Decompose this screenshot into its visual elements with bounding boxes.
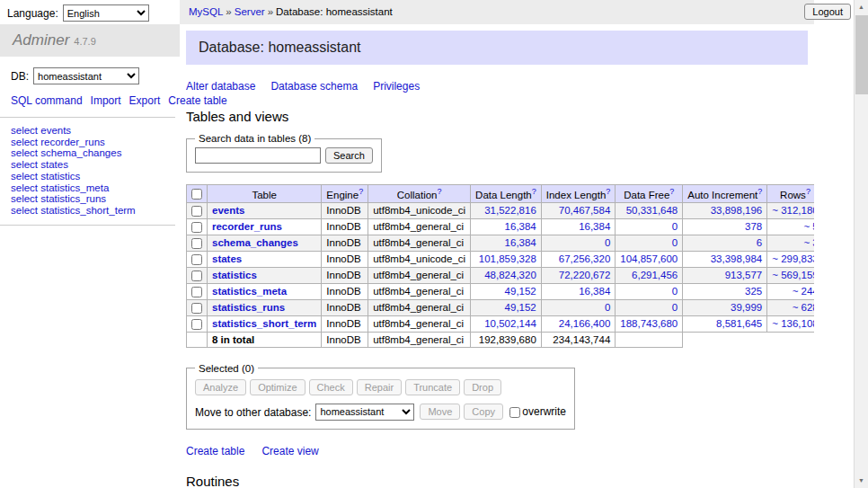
database-action-link[interactable]: Alter database	[186, 80, 255, 93]
table-name-link[interactable]: statistics_short_term	[212, 318, 316, 329]
database-action-link[interactable]: Privileges	[373, 80, 420, 93]
data-length-link[interactable]: 16,384	[505, 237, 536, 248]
bulk-action-button[interactable]: Repair	[357, 379, 402, 395]
db-select[interactable]: homeassistant	[33, 67, 139, 84]
sidebar-table-link[interactable]: select statistics_runs	[11, 193, 175, 205]
data-length-link[interactable]: 48,824,320	[484, 270, 536, 280]
index-length-link[interactable]: 24,166,400	[559, 318, 611, 329]
index-length-link[interactable]: 0	[605, 302, 610, 313]
rows-count-link[interactable]: ~ 136,108	[772, 318, 814, 329]
overwrite-checkbox[interactable]	[509, 407, 520, 418]
search-input[interactable]	[195, 147, 321, 164]
index-length-link[interactable]: 70,467,584	[559, 205, 611, 216]
breadcrumb-mysql-link[interactable]: MySQL	[189, 6, 223, 17]
database-action-link[interactable]: Database schema	[270, 80, 358, 93]
rows-count-link[interactable]: ~ 244	[793, 286, 814, 297]
data-free-link[interactable]: 0	[672, 221, 678, 232]
logout-button[interactable]: Logout	[804, 4, 851, 20]
table-name-link[interactable]: statistics_meta	[212, 286, 287, 297]
move-button[interactable]: Move	[420, 404, 460, 420]
row-select-checkbox[interactable]	[191, 287, 202, 297]
overwrite-label[interactable]: overwrite	[522, 405, 566, 418]
column-help-link[interactable]: ?	[669, 187, 674, 196]
table-name-link[interactable]: events	[212, 205, 244, 216]
create-link[interactable]: Create view	[261, 445, 318, 457]
table-name-link[interactable]: statistics	[212, 270, 257, 280]
index-length-link[interactable]: 67,256,320	[559, 253, 611, 264]
data-length-link[interactable]: 10,502,144	[484, 318, 536, 329]
copy-button[interactable]: Copy	[464, 404, 503, 420]
data-length-link[interactable]: 49,152	[505, 286, 536, 297]
select-all-checkbox[interactable]	[191, 189, 202, 200]
scrollbar[interactable]: ▲ ▼	[854, 0, 868, 488]
sidebar-table-link[interactable]: select events	[11, 125, 175, 137]
table-name-link[interactable]: recorder_runs	[212, 221, 282, 232]
table-name-link[interactable]: schema_changes	[212, 237, 298, 248]
bulk-action-button[interactable]: Optimize	[250, 379, 305, 395]
scroll-down-icon[interactable]: ▼	[855, 474, 868, 488]
data-free-link[interactable]: 6,291,456	[632, 270, 678, 280]
table-name-link[interactable]: statistics_runs	[212, 302, 285, 313]
bulk-action-button[interactable]: Check	[309, 379, 353, 395]
auto-increment-link[interactable]: 33,398,984	[711, 253, 763, 264]
rows-count-link[interactable]: ~ 312,180	[772, 205, 814, 216]
data-length-link[interactable]: 49,152	[505, 302, 536, 313]
row-select-checkbox[interactable]	[191, 271, 202, 281]
sidebar-table-link[interactable]: select schema_changes	[11, 147, 175, 159]
data-length-link[interactable]: 101,859,328	[479, 253, 536, 264]
sidebar-table-link[interactable]: select statistics	[11, 171, 175, 182]
row-select-checkbox[interactable]	[191, 254, 202, 265]
sidebar-action-link[interactable]: Import	[91, 94, 121, 107]
column-help-link[interactable]: ?	[359, 187, 363, 196]
auto-increment-link[interactable]: 33,898,196	[711, 205, 763, 216]
sidebar-table-link[interactable]: select statistics_short_term	[11, 205, 175, 217]
rows-count-link[interactable]: ~ 299,833	[772, 253, 814, 264]
column-help-link[interactable]: ?	[806, 187, 810, 196]
sidebar-table-link[interactable]: select statistics_meta	[11, 182, 175, 194]
index-length-link[interactable]: 16,384	[579, 221, 610, 232]
data-length-link[interactable]: 16,384	[505, 221, 536, 232]
index-length-link[interactable]: 72,220,672	[559, 270, 611, 280]
data-free-link[interactable]: 188,743,680	[620, 318, 678, 329]
row-select-checkbox[interactable]	[191, 303, 202, 314]
breadcrumb-server-link[interactable]: Server	[235, 6, 265, 17]
data-length-link[interactable]: 31,522,816	[484, 205, 536, 216]
bulk-action-button[interactable]: Truncate	[405, 379, 460, 395]
scrollbar-thumb[interactable]	[855, 15, 868, 94]
table-name-link[interactable]: states	[212, 253, 242, 264]
data-free-link[interactable]: 0	[672, 286, 678, 297]
column-help-link[interactable]: ?	[437, 187, 441, 196]
search-button[interactable]: Search	[325, 147, 373, 164]
row-select-checkbox[interactable]	[191, 222, 202, 233]
auto-increment-link[interactable]: 8,581,645	[716, 318, 762, 329]
row-select-checkbox[interactable]	[191, 206, 202, 217]
auto-increment-link[interactable]: 39,999	[731, 302, 762, 313]
language-select[interactable]: English	[63, 4, 149, 22]
rows-count-link[interactable]: ~ 628	[793, 302, 814, 313]
create-link[interactable]: Create table	[186, 445, 244, 457]
move-db-select[interactable]: homeassistant	[315, 404, 414, 421]
data-free-link[interactable]: 50,331,648	[626, 205, 678, 216]
index-length-link[interactable]: 0	[605, 237, 610, 248]
rows-count-link[interactable]: ~ 569,159	[772, 270, 814, 280]
column-help-link[interactable]: ?	[532, 187, 536, 196]
sidebar-table-link[interactable]: select states	[11, 159, 175, 171]
auto-increment-link[interactable]: 378	[745, 221, 762, 232]
rows-count-link[interactable]: ~ 3	[803, 237, 814, 248]
bulk-action-button[interactable]: Analyze	[195, 379, 246, 395]
data-free-link[interactable]: 0	[672, 302, 678, 313]
column-help-link[interactable]: ?	[757, 187, 762, 196]
bulk-action-button[interactable]: Drop	[464, 379, 501, 395]
data-free-link[interactable]: 104,857,600	[620, 253, 678, 264]
row-select-checkbox[interactable]	[191, 319, 202, 330]
auto-increment-link[interactable]: 325	[745, 286, 762, 297]
index-length-link[interactable]: 16,384	[579, 286, 610, 297]
data-free-link[interactable]: 0	[672, 237, 678, 248]
rows-count-link[interactable]: ~ 5	[803, 221, 814, 232]
sidebar-action-link[interactable]: SQL command	[11, 94, 83, 107]
column-help-link[interactable]: ?	[606, 187, 610, 196]
row-select-checkbox[interactable]	[191, 238, 202, 249]
auto-increment-link[interactable]: 6	[757, 237, 762, 248]
scroll-up-icon[interactable]: ▲	[855, 0, 868, 14]
sidebar-table-link[interactable]: select recorder_runs	[11, 137, 175, 148]
